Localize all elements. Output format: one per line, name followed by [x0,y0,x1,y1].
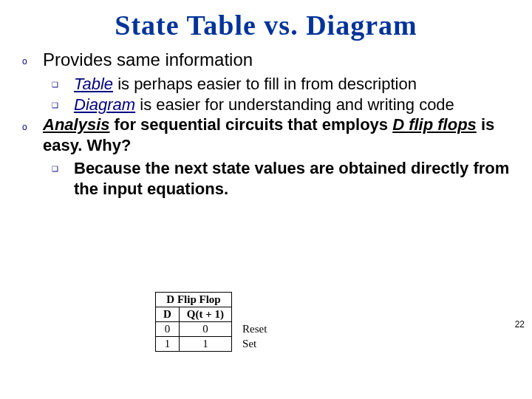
page-number: 22 [515,319,525,330]
square-bullet-icon: ❑ [52,74,74,89]
cell-q: 0 [179,322,231,337]
bullet-text: Analysis for sequential circuits that em… [43,115,510,155]
text-mid: for sequential circuits that employs [110,115,393,134]
table-row: D Flip Flop [156,293,275,307]
table-row: 0 0 Reset [156,322,275,337]
bullet-level1: o Provides same information [22,49,510,71]
bullet-text: Diagram is easier for understanding and … [74,95,454,115]
table-caption: D Flip Flop [156,293,232,307]
col-q: Q(t + 1) [179,307,231,322]
flip-flop-table: D Flip Flop D Q(t + 1) 0 0 Reset 1 1 Set [155,292,275,352]
bullet-level2: ❑ Table is perhaps easier to fill in fro… [52,74,510,95]
emph-analysis: Analysis [43,115,110,134]
bullet-text: Because the next state values are obtain… [74,158,510,199]
empty-cell [232,293,275,307]
bullet-level2: ❑ Diagram is easier for understanding an… [52,95,510,115]
circle-bullet-icon: o [22,115,43,132]
slide-title: State Table vs. Diagram [0,0,532,41]
bullet-level1: o Analysis for sequential circuits that … [22,115,510,155]
bullet-text: Provides same information [43,49,253,71]
emph-diagram: Diagram [74,95,135,114]
empty-cell [232,307,275,322]
square-bullet-icon: ❑ [52,158,74,173]
table-row: D Q(t + 1) [156,307,275,322]
slide: State Table vs. Diagram o Provides same … [0,0,532,399]
flip-flop-table-wrap: D Flip Flop D Q(t + 1) 0 0 Reset 1 1 Set [155,292,275,352]
cell-d: 0 [156,322,180,337]
cell-label: Set [232,337,275,352]
col-d: D [156,307,180,322]
circle-bullet-icon: o [22,49,43,66]
square-bullet-icon: ❑ [52,95,74,109]
bullet-text: Table is perhaps easier to fill in from … [74,74,417,95]
cell-d: 1 [156,337,180,352]
emph-dflipflops: D flip flops [392,115,477,134]
table-row: 1 1 Set [156,337,275,352]
emph-table: Table [74,75,113,93]
cell-q: 1 [179,337,231,352]
bullet-level2: ❑ Because the next state values are obta… [52,158,510,199]
cell-label: Reset [232,322,275,337]
text-rest: is easier for understanding and writing … [135,95,454,114]
text-rest: is perhaps easier to fill in from descri… [113,75,417,93]
slide-body: o Provides same information ❑ Table is p… [0,41,532,199]
